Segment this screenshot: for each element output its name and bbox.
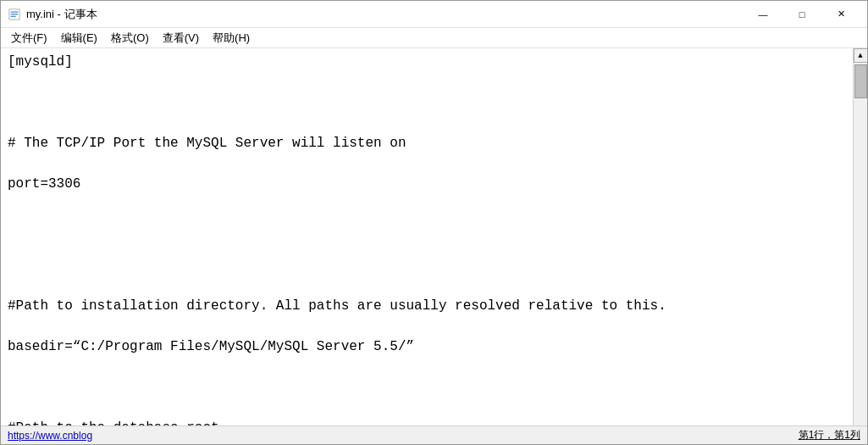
close-button[interactable]: ✕ (821, 1, 860, 28)
svg-rect-1 (11, 11, 19, 12)
status-bar: https://www.cnblog 第1行，第1列 (1, 426, 867, 444)
scroll-up-button[interactable]: ▲ (854, 48, 868, 63)
cursor-position: 第1行，第1列 (799, 428, 860, 442)
text-editor[interactable]: [mysqld] # The TCP/IP Port the MySQL Ser… (1, 48, 853, 426)
notepad-window: my.ini - 记事本 — □ ✕ 文件(F) 编辑(E) 格式(O) 查看(… (0, 0, 868, 445)
window-title: my.ini - 记事本 (26, 7, 744, 22)
minimize-button[interactable]: — (744, 1, 782, 28)
window-controls: — □ ✕ (744, 1, 860, 28)
menu-edit[interactable]: 编辑(E) (54, 29, 104, 47)
content-area: [mysqld] # The TCP/IP Port the MySQL Ser… (1, 48, 867, 426)
status-link[interactable]: https://www.cnblog (8, 430, 92, 442)
scroll-thumb[interactable] (854, 64, 867, 98)
maximize-button[interactable]: □ (782, 1, 821, 28)
svg-rect-2 (11, 14, 19, 14)
menu-file[interactable]: 文件(F) (4, 29, 54, 47)
vertical-scrollbar[interactable]: ▲ (853, 48, 867, 426)
menu-help[interactable]: 帮助(H) (206, 29, 257, 47)
svg-rect-3 (11, 15, 16, 16)
menu-view[interactable]: 查看(V) (156, 29, 206, 47)
title-bar: my.ini - 记事本 — □ ✕ (1, 1, 867, 28)
menu-bar: 文件(F) 编辑(E) 格式(O) 查看(V) 帮助(H) (1, 28, 867, 48)
menu-format[interactable]: 格式(O) (104, 29, 156, 47)
app-icon (8, 8, 21, 21)
